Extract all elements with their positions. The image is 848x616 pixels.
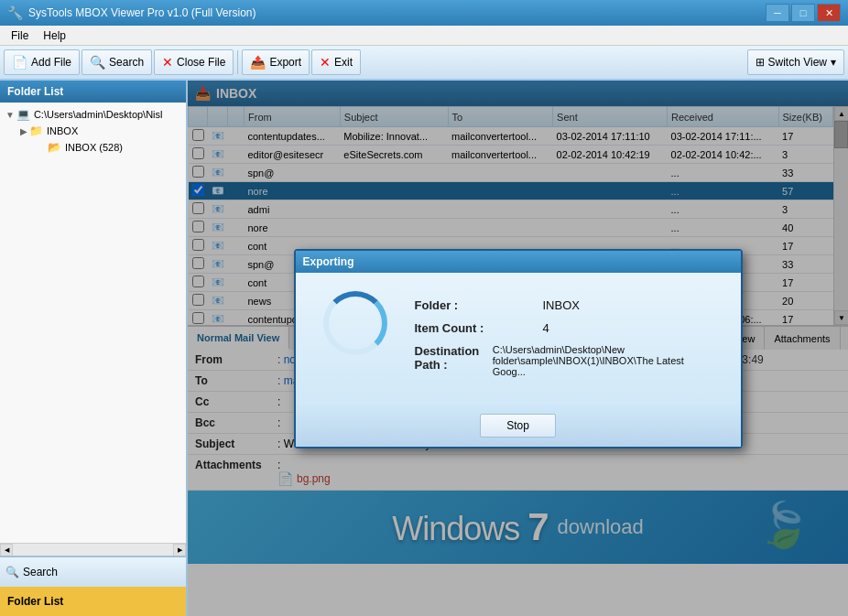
add-file-icon: 📄 [12,55,27,70]
search-bar-icon: 🔍 [5,566,19,578]
search-label: Search [109,56,144,69]
modal-folder-row: Folder : INBOX [415,298,713,312]
maximize-button[interactable]: □ [791,4,815,22]
hscroll-right-arrow[interactable]: ▶ [173,544,186,557]
close-button[interactable]: ✕ [817,4,841,22]
menubar: File Help [0,26,848,46]
modal-titlebar: Exporting [296,251,741,273]
modal-folder-label: Folder : [415,298,543,312]
inbox-icon: 📁 [29,124,43,137]
computer-icon: 💻 [16,108,30,121]
folder-list-tab[interactable]: Folder List [0,587,186,616]
search-icon: 🔍 [90,55,105,70]
close-file-label: Close File [177,56,225,69]
right-panel: 📥 INBOX From Subject To Sent [188,81,848,616]
app-title: SysTools MBOX Viewer Pro v1.0 (Full Vers… [28,6,766,19]
modal-item-count-row: Item Count : 4 [415,321,713,335]
menu-file[interactable]: File [4,27,36,44]
left-panel-hscroll[interactable]: ◀ ▶ [0,543,186,556]
tree-inbox[interactable]: ▶ 📁 INBOX [18,123,182,139]
modal-body: Folder : INBOX Item Count : 4 Destinatio… [296,273,741,405]
exporting-modal: Exporting Folder : INBOX Item Count : 4 [294,249,743,448]
loading-spinner [323,291,387,355]
tree-inbox-label: INBOX [47,125,78,136]
modal-footer: Stop [296,405,741,447]
modal-dest-path-label: Destination Path : [415,344,493,377]
modal-title: Exporting [303,255,354,268]
switch-view-chevron-icon: ▾ [831,56,836,69]
minimize-button[interactable]: ─ [766,4,789,22]
titlebar: 🔧 SysTools MBOX Viewer Pro v1.0 (Full Ve… [0,0,848,26]
export-icon: 📤 [250,55,266,70]
exit-icon: ✕ [320,55,331,70]
hscroll-left-arrow[interactable]: ◀ [0,544,13,557]
export-button[interactable]: 📤 Export [242,49,310,75]
exit-label: Exit [334,56,353,69]
export-label: Export [269,56,301,69]
folder-list-header-label: Folder List [7,85,63,98]
modal-info: Folder : INBOX Item Count : 4 Destinatio… [415,291,713,386]
search-button[interactable]: 🔍 Search [82,49,152,75]
modal-dest-path-row: Destination Path : C:\Users\admin\Deskto… [415,344,713,377]
add-file-button[interactable]: 📄 Add File [4,49,80,75]
toolbar-separator [237,50,238,74]
modal-item-count-label: Item Count : [415,321,543,335]
close-file-button[interactable]: ✕ Close File [154,49,234,75]
close-file-icon: ✕ [162,55,173,70]
exporting-modal-overlay: Exporting Folder : INBOX Item Count : 4 [188,81,848,616]
switch-view-icon: ⊞ [756,56,765,69]
modal-dest-path-value: C:\Users\admin\Desktop\New folder\sample… [493,344,713,377]
modal-item-count-value: 4 [543,321,549,335]
folder-list-header: Folder List [0,81,186,103]
menu-help[interactable]: Help [36,27,73,44]
tree-expand-icon: ▼ [5,110,15,120]
exit-button[interactable]: ✕ Exit [311,49,361,75]
tree-inbox-folder[interactable]: 📂 INBOX (528) [33,139,182,156]
tree-inbox-folder-label: INBOX (528) [65,142,123,153]
stop-button[interactable]: Stop [480,414,556,438]
toolbar: 📄 Add File 🔍 Search ✕ Close File 📤 Expor… [0,46,848,81]
search-bar-label: Search [23,566,58,578]
app-icon: 🔧 [7,5,23,20]
add-file-label: Add File [31,56,71,69]
main-layout: Folder List ▼ 💻 C:\Users\admin\Desktop\N… [0,81,848,616]
tree-inbox-expand-icon: ▶ [20,126,27,136]
tree-root-label: C:\Users\admin\Desktop\Nisl [34,109,163,120]
folder-list-tab-label: Folder List [7,595,63,608]
tree-inbox-children: 📂 INBOX (528) [33,139,182,156]
window-controls: ─ □ ✕ [766,4,841,22]
left-bottom: 🔍 Search Folder List [0,556,186,616]
tree-root[interactable]: ▼ 💻 C:\Users\admin\Desktop\Nisl [4,106,182,123]
hscroll-track[interactable] [13,544,173,556]
spinner-container [323,291,397,364]
modal-folder-value: INBOX [543,298,580,312]
search-bar[interactable]: 🔍 Search [0,557,186,587]
folder-tree[interactable]: ▼ 💻 C:\Users\admin\Desktop\Nisl ▶ 📁 INBO… [0,103,186,543]
switch-view-button[interactable]: ⊞ Switch View ▾ [747,49,844,75]
tree-children: ▶ 📁 INBOX 📂 INBOX (528) [18,123,182,156]
switch-view-label: Switch View [768,56,827,69]
folder-icon: 📂 [48,141,61,154]
left-panel: Folder List ▼ 💻 C:\Users\admin\Desktop\N… [0,81,188,616]
